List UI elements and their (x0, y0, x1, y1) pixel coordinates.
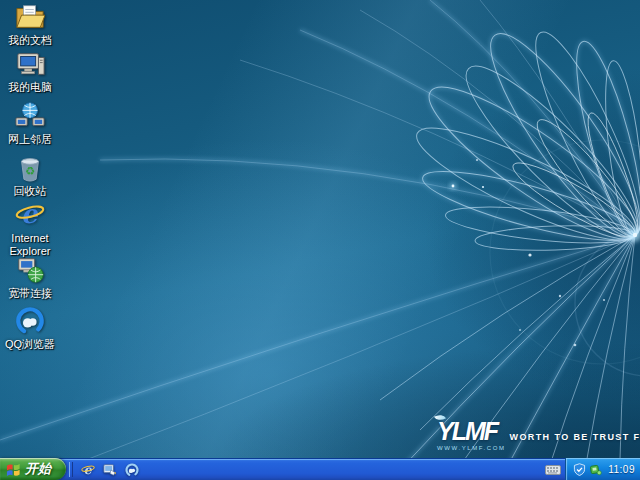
quick-launch-internet-explorer[interactable]: e (80, 462, 96, 478)
keyboard-icon (545, 461, 561, 479)
network-places-icon (15, 101, 45, 131)
desktop-icon-internet-explorer[interactable]: e Internet Explorer (1, 200, 59, 257)
svg-text:♻: ♻ (25, 165, 35, 178)
ylmf-url: WWW.YLMF.COM (437, 445, 506, 451)
my-documents-icon (15, 2, 45, 32)
desktop-icon-label: 我的电脑 (8, 81, 52, 94)
quick-launch-show-desktop[interactable] (102, 462, 118, 478)
desktop[interactable]: YLMF WWW.YLMF.COM WORTH TO BE TRUST FORE… (0, 0, 640, 458)
internet-explorer-icon: e (15, 200, 45, 230)
system-tray: 11:09 (565, 458, 640, 480)
start-button[interactable]: 开始 (0, 458, 66, 480)
desktop-icon-qq-browser[interactable]: QQ浏览器 (1, 306, 59, 351)
tray-network-device-icon[interactable] (589, 463, 602, 476)
qq-browser-icon (15, 306, 45, 336)
language-bar-button[interactable] (543, 461, 563, 479)
desktop-icon-broadband-connection[interactable]: 宽带连接 (1, 255, 59, 300)
desktop-icon-recycle-bin[interactable]: ♻ 回收站 (1, 153, 59, 198)
desktop-icon-label: 回收站 (14, 185, 47, 198)
ylmf-logo: YLMF (437, 419, 506, 444)
taskbar-clock[interactable]: 11:09 (608, 464, 635, 475)
tray-security-shield-icon[interactable] (573, 463, 586, 476)
quick-launch-grip[interactable] (69, 462, 73, 477)
desktop-icon-network-places[interactable]: 网上邻居 (1, 101, 59, 146)
taskbar[interactable]: 开始 e (0, 458, 640, 480)
taskbar-empty-area[interactable] (143, 459, 543, 480)
desktop-icon-label: QQ浏览器 (5, 338, 55, 351)
desktop-icon-label: 网上邻居 (8, 133, 52, 146)
desktop-icon-label: 宽带连接 (8, 287, 52, 300)
recycle-bin-icon: ♻ (15, 153, 45, 183)
wallpaper-brand: YLMF WWW.YLMF.COM WORTH TO BE TRUST FORE… (437, 419, 640, 451)
light-flower-wallpaper-art (0, 0, 640, 458)
start-button-label: 开始 (25, 460, 51, 478)
desktop-icon-label: Internet Explorer (1, 232, 59, 257)
ylmf-slogan: WORTH TO BE TRUST FOREVER (510, 432, 640, 442)
desktop-icon-my-documents[interactable]: 我的文档 (1, 2, 59, 47)
broadband-connection-icon (15, 255, 45, 285)
quick-launch-qq-browser[interactable] (124, 462, 140, 478)
desktop-icon-my-computer[interactable]: 我的电脑 (1, 49, 59, 94)
desktop-icon-label: 我的文档 (8, 34, 52, 47)
windows-flag-icon (6, 462, 21, 477)
my-computer-icon (15, 49, 45, 79)
screen: YLMF WWW.YLMF.COM WORTH TO BE TRUST FORE… (0, 0, 640, 480)
